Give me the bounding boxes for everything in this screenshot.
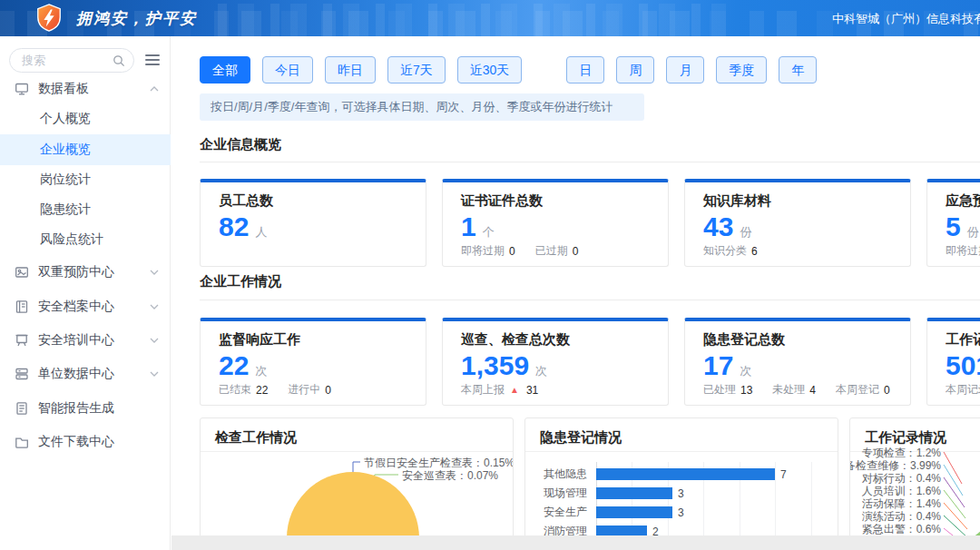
bar-row: 其他隐患 7 — [525, 468, 838, 480]
filter-button-last30days[interactable]: 近30天 — [457, 56, 523, 83]
card-title: 监督响应工作 — [219, 331, 426, 349]
stat-card-employee-total: 员工总数 82人 — [200, 179, 426, 267]
section-divider — [200, 300, 980, 300]
sidebar-item-label: 数据看板 — [38, 81, 89, 97]
sidebar: 数据看板 个人概览 企业概览 岗位统计 隐患统计 风险点统计 双重预防中心 安全… — [0, 36, 171, 550]
main-content: 全部 今日 昨日 近7天 近30天 日 周 月 季度 年 按日/周/月/季度/年… — [172, 36, 980, 550]
sidebar-item-safety-archive-center[interactable]: 安全档案中心 — [0, 291, 171, 322]
bar-value-label: 3 — [678, 506, 684, 519]
sidebar-item-label: 文件下载中心 — [38, 434, 114, 450]
filter-button-today[interactable]: 今日 — [262, 56, 313, 83]
stat-card-certificate-total: 证书证件总数 1个 即将过期0 已过期0 — [442, 179, 669, 267]
filter-button-quarter[interactable]: 季度 — [716, 56, 767, 83]
stat-card-emergency-plan: 应急预案 5份 即将过期0 已过期0 — [926, 179, 980, 267]
search-box — [9, 48, 134, 73]
sidebar-item-safety-training-center[interactable]: 安全培训中心 — [0, 325, 171, 356]
sidebar-item-label: 智能报告生成 — [38, 400, 114, 417]
filter-button-day[interactable]: 日 — [566, 56, 604, 83]
safety-archive-icon — [15, 300, 29, 314]
card-unit: 次 — [740, 364, 751, 378]
sidebar-item-label: 安全档案中心 — [38, 299, 114, 315]
filter-button-all[interactable]: 全部 — [200, 56, 250, 83]
chart-title-divider — [201, 451, 513, 452]
card-value: 5 — [946, 211, 961, 241]
card-unit: 次 — [255, 364, 267, 378]
filter-button-yesterday[interactable]: 昨日 — [325, 56, 376, 83]
sidebar-item-risk-point-statistics[interactable]: 风险点统计 — [0, 224, 171, 255]
card-unit: 个 — [483, 225, 495, 239]
card-value: 501 — [946, 350, 980, 380]
bar-value-label: 3 — [678, 487, 684, 500]
sidebar-item-dual-prevention-center[interactable]: 双重预防中心 — [0, 257, 171, 288]
sidebar-collapse-icon[interactable] — [145, 54, 160, 66]
topbar: 拥鸿安，护平安 中科智城（广州）信息科技有 — [0, 0, 980, 36]
skyline-decoration-2 — [218, 4, 726, 36]
sidebar-item-label: 个人概览 — [40, 111, 91, 127]
card-title: 工作记录总数 — [946, 331, 980, 349]
chevron-down-icon — [150, 304, 159, 309]
search-icon — [113, 54, 125, 67]
unit-data-icon — [15, 367, 29, 381]
stat-card-work-record-total: 工作记录总数 501次 本周记录 — [926, 318, 980, 406]
sidebar-item-label: 岗位统计 — [40, 172, 91, 188]
card-unit: 份 — [740, 225, 751, 239]
card-footer: 即将过期0 已过期0 — [946, 243, 980, 259]
filter-button-week[interactable]: 周 — [616, 56, 654, 83]
chevron-down-icon — [150, 270, 159, 275]
card-footer: 知识分类6 — [703, 243, 778, 259]
card-value: 17 — [703, 350, 733, 380]
card-value: 1,359 — [461, 350, 529, 380]
sidebar-item-hazard-statistics[interactable]: 隐患统计 — [0, 194, 171, 225]
sidebar-item-label: 企业概览 — [40, 142, 91, 158]
bar-value-label: 7 — [780, 468, 787, 481]
filter-button-year[interactable]: 年 — [779, 56, 817, 83]
card-title: 证书证件总数 — [461, 192, 668, 210]
card-title: 员工总数 — [219, 192, 426, 210]
chevron-down-icon — [150, 371, 159, 377]
brand-slogan: 拥鸿安，护平安 — [76, 8, 197, 29]
bar-row: 现场管理 3 — [525, 487, 838, 499]
sidebar-item-smart-report[interactable]: 智能报告生成 — [0, 393, 171, 424]
sidebar-item-post-statistics[interactable]: 岗位统计 — [0, 164, 171, 195]
dashboard-icon — [15, 82, 29, 96]
chart-title-divider — [525, 451, 838, 452]
card-value: 22 — [219, 350, 249, 380]
card-footer: 已处理13 未处理4 本周登记0 — [703, 382, 910, 398]
stat-card-inspection-total: 巡查、检查总次数 1,359次 本周上报▲31 — [442, 318, 669, 406]
card-title: 应急预案 — [946, 192, 980, 210]
chevron-down-icon — [150, 338, 159, 343]
bar — [596, 487, 672, 499]
section-title-enterprise-info: 企业信息概览 — [200, 136, 281, 153]
card-value: 43 — [703, 211, 733, 241]
sidebar-item-file-download-center[interactable]: 文件下载中心 — [0, 427, 171, 457]
chart-title: 隐患登记情况 — [540, 429, 838, 447]
bar — [596, 468, 775, 480]
chart-title: 检查工作情况 — [215, 429, 513, 447]
sidebar-item-personal-overview[interactable]: 个人概览 — [0, 103, 171, 134]
card-value: 82 — [219, 211, 249, 241]
stat-card-knowledge-materials: 知识库材料 43份 知识分类6 — [684, 179, 911, 267]
sidebar-item-label: 安全培训中心 — [38, 332, 114, 349]
sidebar-item-label: 双重预防中心 — [38, 264, 114, 280]
sidebar-item-enterprise-overview[interactable]: 企业概览 — [0, 134, 171, 165]
card-unit: 次 — [535, 364, 547, 378]
pie-slice-label: 安全巡查表：0.07% — [402, 468, 498, 484]
filter-button-last7days[interactable]: 近7天 — [387, 56, 446, 83]
sidebar-item-unit-data-center[interactable]: 单位数据中心 — [0, 358, 171, 389]
stat-card-hazard-register-total: 隐患登记总数 17次 已处理13 未处理4 本周登记0 — [684, 318, 911, 406]
safety-training-icon — [15, 333, 29, 348]
filter-button-month[interactable]: 月 — [666, 56, 704, 83]
section-title-enterprise-work: 企业工作情况 — [200, 273, 281, 290]
stat-card-supervision-response: 监督响应工作 22次 已结束22 进行中0 — [200, 318, 426, 406]
chevron-up-icon — [150, 86, 159, 92]
horizontal-scrollbar[interactable] — [172, 535, 980, 550]
chart-card-inspection-work: 检查工作情况 节假日安全生产检查表：0.15% 安全巡查表：0.07% — [200, 417, 514, 550]
card-footer: 即将过期0 已过期0 — [461, 243, 598, 259]
card-footer: 已结束22 进行中0 — [219, 382, 351, 398]
sidebar-item-dashboard[interactable]: 数据看板 — [0, 74, 171, 104]
card-value: 1 — [461, 211, 476, 241]
shield-logo-icon — [34, 4, 64, 33]
company-name: 中科智城（广州）信息科技有 — [832, 11, 980, 27]
card-title: 隐患登记总数 — [703, 331, 910, 349]
card-title: 知识库材料 — [703, 192, 910, 210]
